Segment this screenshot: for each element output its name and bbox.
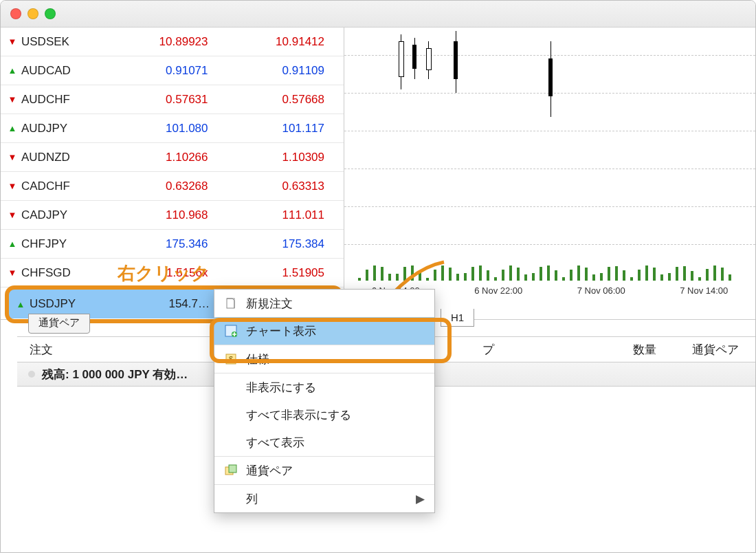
tab-label: H1 (451, 312, 464, 323)
tab-currency-pairs[interactable]: 通貨ペア (28, 314, 90, 334)
volume-bar (562, 277, 565, 281)
menu-item-new_order[interactable]: 新規注文 (214, 290, 434, 317)
watchlist-row[interactable]: ▲CHFJPY175.346175.384 (1, 230, 344, 259)
volume-bar (494, 277, 497, 281)
window-controls (10, 8, 56, 19)
volume-bar (638, 270, 641, 281)
menu-item-hide[interactable]: 非表示にする (214, 373, 434, 401)
volume-bar (434, 270, 436, 281)
volume-bar (464, 273, 467, 281)
volume-bar (653, 268, 656, 281)
volume-bar (600, 273, 603, 281)
arrow-up-icon: ▲ (8, 65, 17, 76)
x-label: 7 Nov 06:00 (577, 285, 625, 296)
volume-bar (441, 265, 444, 281)
bid-value: 110.968 (104, 208, 221, 222)
volume-bar (691, 271, 693, 281)
doc-icon (224, 296, 238, 310)
menu-item-label: 仕様 (246, 351, 425, 367)
chart-canvas: 6 Nov 14:00 6 Nov 22:00 7 Nov 06:00 7 No… (344, 28, 755, 319)
volume-bar (373, 265, 376, 281)
chart-panel[interactable]: 6 Nov 14:00 6 Nov 22:00 7 Nov 06:00 7 No… (344, 28, 755, 319)
watchlist-row[interactable]: ▼CADCHF0.632680.63313 (1, 172, 344, 201)
market-watch-panel: ▼USDSEK10.8992310.91412▲AUDCAD0.910710.9… (1, 28, 344, 319)
symbol-label: CHFJPY (21, 237, 104, 251)
symbol-label: USDJPY (30, 297, 112, 311)
menu-item-show_all[interactable]: すべて表示 (214, 429, 434, 456)
watchlist-row[interactable]: ▼AUDCHF0.576310.57668 (1, 85, 344, 114)
arrow-up-icon: ▲ (8, 123, 17, 133)
arrow-down-icon: ▼ (8, 210, 17, 220)
volume-bar (713, 265, 716, 281)
minimize-icon[interactable] (27, 8, 38, 19)
volume-bar (645, 265, 648, 281)
watchlist-row[interactable]: ▼CADJPY110.968111.011 (1, 201, 344, 230)
bid-value: 154.7… (112, 297, 222, 311)
menu-item-label: チャート表示 (246, 323, 425, 339)
volume-bar (517, 268, 520, 281)
volume-bar (729, 274, 731, 281)
volume-bar (487, 270, 489, 281)
volume-bar (698, 277, 701, 281)
menu-item-label: 列 (246, 491, 408, 507)
menu-item-spec[interactable]: $仕様 (214, 345, 434, 373)
watchlist-row[interactable]: ▼CHFSGD1.5156x1.51905 (1, 259, 344, 288)
volume-bar (524, 274, 527, 281)
symbol-label: CADJPY (21, 208, 104, 222)
ask-value: 101.117 (221, 122, 337, 135)
context-menu-wrapper: 新規注文チャート表示$仕様非表示にするすべて非表示にするすべて表示通貨ペア列▶ (214, 289, 435, 513)
symbol-label: CADCHF (21, 180, 104, 193)
arrow-up-icon: ▲ (16, 299, 25, 310)
watchlist-row[interactable]: ▼AUDNZD1.102661.10309 (1, 143, 344, 172)
titlebar (1, 1, 755, 28)
volume-bar (358, 278, 361, 281)
menu-item-columns[interactable]: 列▶ (214, 484, 434, 512)
bid-value: 1.5156x (104, 266, 221, 280)
symbol-label: CHFSGD (21, 266, 104, 280)
symbol-label: AUDJPY (21, 122, 104, 135)
menu-item-show_chart[interactable]: チャート表示 (214, 317, 434, 345)
tab-label: 通貨ペア (38, 316, 80, 328)
close-icon[interactable] (10, 8, 21, 19)
menu-item-label: すべて表示 (246, 435, 425, 451)
volume-bar (411, 265, 414, 281)
bid-value: 101.080 (104, 122, 221, 135)
menu-item-label: 通貨ペア (246, 463, 425, 479)
context-menu: 新規注文チャート表示$仕様非表示にするすべて非表示にするすべて表示通貨ペア列▶ (214, 289, 435, 513)
watchlist-row[interactable]: ▲AUDJPY101.080101.117 (1, 114, 344, 143)
volume-bar (449, 268, 452, 281)
watchlist-row[interactable]: ▼USDSEK10.8992310.91412 (1, 28, 344, 56)
menu-item-pairs[interactable]: 通貨ペア (214, 456, 434, 484)
bid-value: 10.89923 (104, 35, 221, 49)
main-split: ▼USDSEK10.8992310.91412▲AUDCAD0.910710.9… (1, 28, 755, 320)
volume-bar (630, 277, 633, 281)
volume-bar (366, 270, 368, 281)
arrow-down-icon: ▼ (8, 94, 17, 105)
volume-bar (555, 270, 557, 281)
tab-chart[interactable]: H1 (441, 309, 474, 327)
ask-value: 10.91412 (221, 35, 337, 49)
col-qty[interactable]: 数量 (507, 342, 669, 358)
volume-bar (721, 268, 724, 281)
volume-bar (426, 278, 429, 281)
col-pair[interactable]: 通貨ペア (669, 342, 755, 358)
volume-bar (396, 274, 399, 281)
menu-item-label: 非表示にする (246, 380, 425, 395)
zoom-icon[interactable] (45, 8, 56, 19)
menu-item-hide_all[interactable]: すべて非表示にする (214, 401, 434, 429)
watchlist-row[interactable]: ▲AUDCAD0.910710.91109 (1, 56, 344, 85)
symbol-label: AUDNZD (21, 151, 104, 164)
chart-icon (224, 324, 238, 338)
bid-value: 1.10266 (104, 151, 221, 164)
volume-bar (502, 270, 504, 281)
volume-bar (615, 266, 618, 281)
ask-value: 175.384 (221, 237, 337, 251)
app-window: ▼USDSEK10.8992310.91412▲AUDCAD0.910710.9… (0, 0, 756, 553)
arrow-down-icon: ▼ (8, 152, 17, 162)
volume-bar (381, 267, 383, 281)
x-label: 7 Nov 14:00 (680, 285, 728, 296)
menu-item-label: 新規注文 (246, 296, 425, 312)
symbol-label: AUDCAD (21, 64, 104, 78)
x-label: 6 Nov 22:00 (474, 285, 522, 296)
volume-bar (471, 267, 474, 281)
